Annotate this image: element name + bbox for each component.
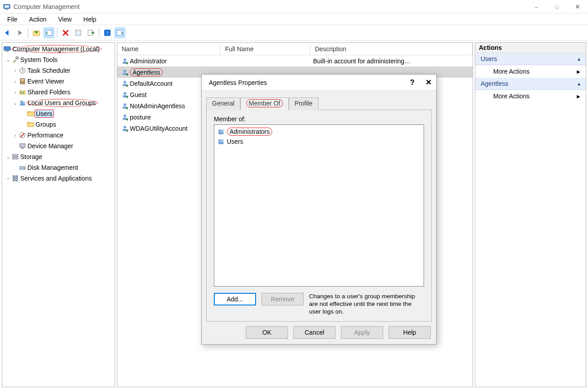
- toolbar-up-button[interactable]: [31, 27, 42, 38]
- actions-section-agentless[interactable]: Agentless ▲: [475, 78, 586, 90]
- disk-icon: [18, 164, 27, 171]
- menu-action[interactable]: Action: [24, 14, 52, 24]
- tab-general[interactable]: General: [206, 97, 240, 110]
- window-close-button[interactable]: ✕: [567, 0, 588, 13]
- tree-device-manager[interactable]: Device Manager: [27, 142, 73, 150]
- user-icon: [120, 102, 130, 110]
- user-icon: [120, 91, 130, 98]
- list-cell-description: Built-in account for administering…: [313, 57, 473, 65]
- col-description[interactable]: Description: [310, 43, 473, 55]
- folder-icon: [27, 110, 35, 117]
- col-name[interactable]: Name: [117, 43, 221, 55]
- toolbar-show-hide-tree-button[interactable]: [44, 27, 54, 38]
- twisty-icon[interactable]: ⌄: [12, 101, 18, 106]
- window-title: Computer Management: [13, 3, 80, 10]
- window-minimize-button[interactable]: –: [526, 0, 547, 13]
- computer-icon: [3, 45, 11, 53]
- twisty-icon[interactable]: ›: [12, 68, 18, 73]
- svg-point-57: [221, 139, 224, 142]
- svg-rect-18: [20, 79, 25, 84]
- svg-rect-2: [5, 9, 8, 10]
- list-row[interactable]: AdministratorBuilt-in account for admini…: [117, 55, 473, 66]
- tree-pane[interactable]: Computer Management (Local) ⌄ System Too…: [2, 42, 115, 387]
- toolbar-help-button[interactable]: ?: [102, 27, 113, 38]
- actions-more-actions-agentless[interactable]: More Actions ▶: [475, 90, 586, 102]
- svg-rect-19: [21, 80, 24, 80]
- svg-point-36: [24, 168, 25, 168]
- svg-point-22: [22, 92, 24, 93]
- tree-shared-folders[interactable]: Shared Folders: [27, 88, 71, 96]
- dialog-help-button[interactable]: ?: [410, 78, 415, 87]
- tree-users[interactable]: Users: [35, 110, 54, 118]
- twisty-icon[interactable]: ›: [12, 133, 18, 138]
- add-button[interactable]: Add...: [214, 293, 256, 305]
- toolbar-export-list-button[interactable]: [85, 27, 96, 38]
- tab-member-of[interactable]: Member Of: [240, 97, 289, 110]
- help-button[interactable]: Help: [389, 326, 431, 339]
- dialog-title-bar: Agentless Properties ? ✕: [202, 75, 436, 91]
- twisty-icon[interactable]: ›: [12, 79, 18, 84]
- svg-rect-8: [76, 33, 80, 35]
- svg-rect-14: [4, 47, 10, 50]
- twisty-icon[interactable]: ⌄: [5, 57, 11, 62]
- svg-rect-6: [75, 30, 81, 35]
- services-icon: [11, 175, 19, 182]
- actions-more-actions-users[interactable]: More Actions ▶: [475, 65, 586, 78]
- toolbar-back-button[interactable]: [2, 27, 13, 38]
- cancel-button[interactable]: Cancel: [293, 326, 336, 339]
- remove-button[interactable]: Remove: [261, 293, 304, 305]
- tree-local-users-groups[interactable]: Local Users and Groups: [27, 99, 98, 107]
- dialog-close-button[interactable]: ✕: [425, 78, 432, 87]
- actions-more-actions-label: More Actions: [493, 93, 530, 100]
- toolbar-show-hide-action-pane-button[interactable]: [115, 27, 125, 38]
- svg-point-24: [23, 102, 25, 104]
- actions-section-users-label: Users: [481, 55, 497, 62]
- svg-rect-7: [76, 31, 80, 32]
- window-maximize-button[interactable]: □: [547, 0, 567, 13]
- menu-bar: File Action View Help: [0, 13, 588, 25]
- twisty-icon[interactable]: ›: [5, 176, 11, 181]
- member-of-item[interactable]: Users: [216, 137, 422, 146]
- user-icon: [120, 69, 130, 76]
- folder-icon: [27, 121, 35, 128]
- toolbar-refresh-button[interactable]: [73, 27, 84, 38]
- membership-note: Changes to a user's group membership are…: [309, 293, 424, 316]
- col-full-name[interactable]: Full Name: [221, 43, 310, 55]
- tab-profile[interactable]: Profile: [289, 97, 318, 110]
- svg-point-21: [20, 92, 22, 93]
- tree-disk-management[interactable]: Disk Management: [27, 164, 78, 171]
- ok-button[interactable]: OK: [246, 326, 288, 339]
- storage-icon: [11, 153, 19, 160]
- svg-rect-1: [4, 5, 9, 8]
- apply-button[interactable]: Apply: [341, 326, 383, 339]
- member-of-list[interactable]: AdministratorsUsers: [214, 124, 424, 287]
- tree-storage[interactable]: Storage: [19, 153, 42, 160]
- toolbar-separator: [57, 28, 57, 38]
- actions-header: Actions: [475, 43, 586, 53]
- tree-system-tools[interactable]: System Tools: [19, 56, 57, 63]
- menu-file[interactable]: File: [2, 14, 23, 24]
- svg-point-49: [124, 115, 126, 117]
- member-of-item[interactable]: Administrators: [216, 127, 422, 137]
- twisty-icon[interactable]: ›: [12, 90, 18, 95]
- tree-performance[interactable]: Performance: [27, 132, 63, 139]
- tree-groups[interactable]: Groups: [35, 121, 56, 128]
- menu-help[interactable]: Help: [78, 14, 102, 24]
- twisty-icon[interactable]: ⌄: [5, 155, 11, 159]
- tree-services-applications[interactable]: Services and Applications: [19, 175, 92, 182]
- tree-root[interactable]: Computer Management (Local): [11, 45, 102, 53]
- svg-rect-25: [20, 103, 25, 106]
- svg-point-39: [124, 58, 126, 61]
- clock-icon: [18, 67, 27, 74]
- chevron-right-icon: ▶: [577, 69, 580, 74]
- tools-icon: [11, 56, 19, 63]
- actions-section-users[interactable]: Users ▲: [475, 53, 586, 65]
- toolbar-forward-button[interactable]: [14, 27, 25, 38]
- chevron-right-icon: ▶: [577, 94, 580, 99]
- svg-point-16: [16, 57, 18, 59]
- toolbar-delete-button[interactable]: [60, 27, 71, 38]
- tree-event-viewer[interactable]: Event Viewer: [27, 78, 64, 85]
- tree-task-scheduler[interactable]: Task Scheduler: [27, 67, 71, 74]
- list-header: Name Full Name Description: [117, 43, 473, 55]
- menu-view[interactable]: View: [53, 14, 77, 24]
